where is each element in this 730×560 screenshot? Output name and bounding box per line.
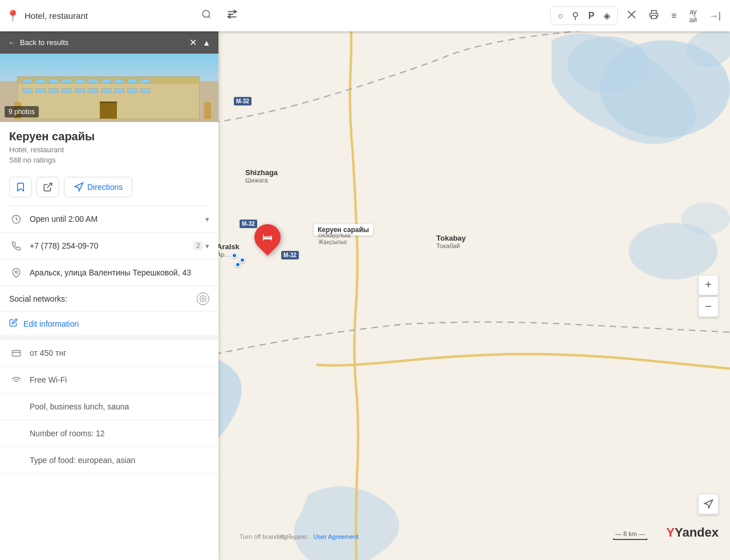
menu-button[interactable]: ≡: [668, 9, 680, 23]
facilities-icon: [9, 400, 23, 413]
clock-icon: [9, 212, 23, 226]
hours-text: Open until 2:00 AM: [30, 214, 205, 224]
route-toggle-button[interactable]: [226, 8, 238, 23]
food-icon: [9, 453, 23, 467]
wifi-row: Free Wi-Fi: [0, 367, 218, 393]
svg-point-0: [202, 10, 209, 17]
search-button[interactable]: [198, 6, 214, 25]
back-bar[interactable]: ← Back to results ✕ ▲: [0, 31, 218, 54]
signin-button[interactable]: →|: [706, 9, 724, 23]
city-tokabay: Tokabay Токабай: [436, 234, 466, 249]
hotel-info: Керуен сарайы Hotel, restaurant Still no…: [0, 122, 218, 177]
address-pin-icon: [9, 266, 23, 279]
svg-point-12: [15, 270, 17, 273]
food-row: Type of food: european, asian: [0, 447, 218, 474]
pedestrian-button[interactable]: ⚲: [569, 8, 582, 23]
aralsk-dot-1: [232, 253, 237, 258]
wifi-icon: [9, 373, 23, 387]
back-bar-right: ✕ ▲: [189, 37, 210, 48]
aralsk-dot-3: [235, 262, 241, 267]
back-arrow-icon: ←: [8, 38, 15, 47]
photo-count-badge: 9 photos: [5, 106, 39, 117]
svg-marker-10: [75, 183, 83, 191]
social-label: Social networks:: [9, 294, 192, 303]
map-controls: ○ ⚲ P ◈ ≡ ауай →|: [550, 6, 724, 26]
svg-line-9: [47, 183, 52, 188]
layers-button[interactable]: ◈: [600, 8, 614, 23]
bed-icon: 🛏: [262, 232, 273, 244]
traffic-controls: ○ ⚲ P ◈: [550, 6, 618, 25]
action-buttons: Directions: [0, 177, 218, 205]
yandex-logo: YYandex: [666, 525, 719, 540]
rooms-icon: [9, 427, 23, 440]
hotel-subtitle-label: снокауулыш: [318, 232, 351, 238]
svg-rect-2: [651, 15, 656, 19]
parking-button[interactable]: P: [585, 9, 598, 23]
hours-expand[interactable]: ▾: [205, 215, 209, 224]
aralsk-dot-2: [240, 257, 245, 263]
edit-pencil-icon: [9, 318, 18, 329]
phone-expand[interactable]: 2▾: [193, 241, 209, 250]
price-icon: [9, 346, 23, 360]
print-button[interactable]: [646, 7, 662, 24]
city-shizhaga: Shizhaga Шижага: [245, 168, 278, 184]
address-text: Аральск, улица Валентины Терешковой, 43: [30, 268, 209, 277]
user-agreement-link[interactable]: User Agreement: [313, 533, 358, 540]
expand-button[interactable]: ▲: [202, 37, 210, 48]
compass-button[interactable]: [698, 494, 719, 514]
search-input[interactable]: [25, 11, 196, 21]
wifi-text: Free Wi-Fi: [30, 375, 67, 384]
back-label: Back to results: [20, 38, 68, 47]
traffic-button[interactable]: ○: [554, 9, 567, 23]
phone-row[interactable]: +7 (778) 254-09-70 2▾: [0, 233, 218, 259]
svg-point-7: [682, 202, 730, 235]
sidebar-panel: ← Back to results ✕ ▲: [0, 31, 218, 560]
hotel-name: Керуен сарайы: [9, 130, 209, 143]
svg-marker-8: [704, 500, 712, 508]
rooms-text: Number of rooms: 12: [30, 429, 105, 438]
zoom-controls: + −: [698, 275, 719, 317]
bookmark-button[interactable]: [9, 177, 32, 197]
phone-icon: [9, 239, 23, 253]
svg-rect-15: [12, 350, 20, 356]
directions-button[interactable]: Directions: [64, 177, 132, 197]
map-attribution: © Яндекс User Agreement: [280, 533, 359, 540]
phone-text: +7 (778) 254-09-70: [30, 241, 193, 250]
facilities-row: Pool, business lunch, sauna: [0, 393, 218, 420]
price-row: от 450 тнг: [0, 340, 218, 367]
address-row: Аральск, улица Валентины Терешковой, 43: [0, 259, 218, 286]
zoom-in-button[interactable]: +: [698, 275, 719, 295]
social-row: Social networks:: [0, 286, 218, 312]
instagram-button[interactable]: [197, 293, 209, 305]
hotel-ratings: Still no ratings: [9, 156, 209, 164]
edit-label: Edit information: [23, 319, 79, 328]
search-pin-icon: 📍: [6, 9, 20, 23]
close-button[interactable]: ✕: [189, 37, 197, 48]
zoom-out-button[interactable]: −: [698, 297, 719, 317]
marker-pin: 🛏: [249, 218, 286, 255]
hours-row[interactable]: Open until 2:00 AM ▾: [0, 206, 218, 233]
hotel-subtitle2-label: Жақсылыс: [318, 239, 347, 245]
road-m32-label-1: M-32: [234, 97, 252, 105]
edit-row[interactable]: Edit information: [0, 312, 218, 340]
facilities-text: Pool, business lunch, sauna: [30, 402, 129, 411]
share-button[interactable]: [36, 177, 59, 197]
back-bar-left: ← Back to results: [8, 38, 68, 47]
language-button[interactable]: ауай: [686, 6, 700, 26]
price-text: от 450 тнг: [30, 348, 66, 358]
scale-bar: — 8 km —: [613, 530, 647, 540]
svg-line-1: [208, 16, 210, 18]
hotel-image: 9 photos: [0, 54, 218, 122]
hotel-type: Hotel, restaurant: [9, 145, 209, 154]
road-m32-badge: M-32: [281, 251, 299, 259]
svg-rect-13: [200, 296, 206, 302]
top-bar: 📍 ○ ⚲ P ◈ ≡ ауай →|: [0, 0, 730, 31]
phone-count-badge: 2: [193, 241, 203, 250]
rooms-row: Number of rooms: 12: [0, 420, 218, 447]
ruler-button[interactable]: [623, 7, 640, 24]
food-text: Type of food: european, asian: [30, 456, 135, 465]
hotel-marker[interactable]: 🛏: [254, 224, 281, 250]
directions-label: Directions: [87, 182, 123, 192]
